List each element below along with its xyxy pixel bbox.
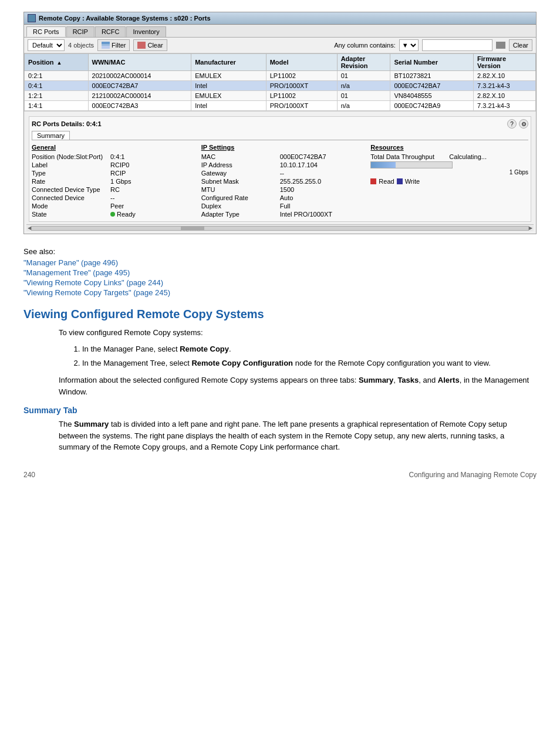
- cell-wwn: 000E0C742BA7: [88, 81, 191, 91]
- field-label: Duplex: [201, 202, 278, 210]
- details-tabs: Summary: [32, 131, 528, 140]
- field-value: Peer: [110, 202, 124, 210]
- footer-section: Configuring and Managing Remote Copy: [409, 471, 537, 479]
- details-info-icon[interactable]: ?: [507, 119, 517, 129]
- field-label: Adapter Type: [201, 211, 278, 218]
- tab-inventory[interactable]: Inventory: [126, 26, 166, 37]
- field-value: 0:4:1: [110, 153, 124, 160]
- summary-text-block: The Summary tab is divided into a left p…: [59, 418, 537, 453]
- field-label: Label: [32, 161, 108, 168]
- field-value: 10.10.17.104: [280, 161, 318, 168]
- cell-manufacturer: EMULEX: [191, 71, 266, 81]
- details-content: General Position (Node:Slot:Port)0:4:1La…: [32, 144, 528, 219]
- col-firmware-version[interactable]: FirmwareVersion: [474, 54, 536, 71]
- cell-wwn: 21210002AC000014: [88, 91, 191, 101]
- cell-adapter_revision: n/a: [337, 101, 390, 111]
- field-label: Connected Device: [32, 194, 108, 201]
- cell-model: PRO/1000XT: [266, 81, 337, 91]
- table-row[interactable]: 0:2:120210002AC000014EMULEXLP1100201BT10…: [25, 71, 536, 81]
- search-input[interactable]: [422, 39, 492, 51]
- window-title: Remote Copy : Available Storage Systems …: [39, 15, 211, 22]
- legend-row: Read Write: [370, 178, 528, 185]
- details-icons: ? ⚙: [507, 119, 528, 129]
- ip-field-row: Gateway--: [201, 170, 359, 177]
- table-row[interactable]: 1:2:121210002AC000014EMULEXLP1100201VN84…: [25, 91, 536, 101]
- default-select[interactable]: Default: [28, 39, 65, 51]
- field-label: Rate: [32, 178, 108, 185]
- general-field-row: Rate1 Gbps: [32, 178, 190, 185]
- ip-field-row: Adapter TypeIntel PRO/1000XT: [201, 211, 359, 218]
- scroll-right-arrow[interactable]: ▶: [529, 225, 532, 231]
- clear-search-label: Clear: [513, 42, 528, 49]
- table-row[interactable]: 1:4:1000E0C742BA3IntelPRO/1000XTn/a000E0…: [25, 101, 536, 111]
- cell-serial_number: 000E0C742BA9: [390, 101, 474, 111]
- col-adapter-revision[interactable]: AdapterRevision: [337, 54, 390, 71]
- clear-search-button[interactable]: Clear: [509, 39, 532, 51]
- cell-wwn: 20210002AC000014: [88, 71, 191, 81]
- summary-text: The Summary tab is divided into a left p…: [59, 418, 537, 453]
- window-titlebar: Remote Copy : Available Storage Systems …: [24, 12, 536, 25]
- cell-model: LP11002: [266, 91, 337, 101]
- details-resources-section: Resources Total Data Throughput Calculat…: [370, 144, 528, 219]
- field-value: 1 Gbps: [110, 178, 131, 185]
- details-header: RC Ports Details: 0:4:1 ? ⚙: [32, 119, 528, 129]
- field-value: Intel PRO/1000XT: [280, 211, 332, 218]
- h-scroll-track[interactable]: [31, 226, 529, 231]
- h-scroll-thumb: [181, 227, 204, 230]
- cell-firmware_version: 7.3.21-k4-3: [474, 101, 536, 111]
- see-also-link-0[interactable]: "Manager Pane" (page 496): [23, 258, 537, 267]
- cell-manufacturer: Intel: [191, 101, 266, 111]
- clear-button[interactable]: Clear: [133, 39, 167, 51]
- see-also-link-2[interactable]: "Viewing Remote Copy Links" (page 244): [23, 278, 537, 287]
- filter-label: Filter: [112, 42, 126, 49]
- search-select[interactable]: ▼: [399, 39, 419, 51]
- see-also-section: See also: "Manager Pane" (page 496) "Man…: [23, 247, 537, 297]
- field-value: Auto: [280, 194, 294, 201]
- details-settings-icon[interactable]: ⚙: [519, 119, 528, 129]
- tab-rcip[interactable]: RCIP: [66, 26, 95, 37]
- window-icon: [28, 14, 36, 22]
- field-label: Type: [32, 170, 108, 177]
- details-tab-summary[interactable]: Summary: [32, 131, 70, 140]
- h-scroll[interactable]: ◀ ▶: [26, 224, 534, 231]
- details-ip-section: IP Settings MAC000E0C742BA7IP Address10.…: [201, 144, 359, 219]
- col-position[interactable]: Position ▲: [25, 54, 89, 71]
- cell-position: 0:2:1: [25, 71, 89, 81]
- ip-fields: MAC000E0C742BA7IP Address10.10.17.104Gat…: [201, 153, 359, 218]
- field-value: --: [280, 170, 284, 177]
- filter-icon: [102, 42, 110, 49]
- col-model[interactable]: Model: [266, 54, 337, 71]
- camera-icon: [496, 42, 505, 49]
- field-label: Connected Device Type: [32, 186, 108, 193]
- table-row[interactable]: 0:4:1000E0C742BA7IntelPRO/1000XTn/a000E0…: [25, 81, 536, 91]
- field-label: Mode: [32, 202, 108, 210]
- cell-manufacturer: EMULEX: [191, 91, 266, 101]
- field-value: RC: [110, 186, 120, 193]
- col-serial-number[interactable]: Serial Number: [390, 54, 474, 71]
- col-wwn[interactable]: WWN/MAC: [88, 54, 191, 71]
- table-body: 0:2:120210002AC000014EMULEXLP1100201BT10…: [25, 71, 536, 111]
- see-also-link-3[interactable]: "Viewing Remote Copy Targets" (page 245): [23, 288, 537, 297]
- search-label: Any column contains:: [334, 42, 396, 49]
- tab-rcfc[interactable]: RCFC: [95, 26, 126, 37]
- cell-adapter_revision: n/a: [337, 81, 390, 91]
- cell-position: 0:4:1: [25, 81, 89, 91]
- cell-adapter_revision: 01: [337, 71, 390, 81]
- general-field-row: TypeRCIP: [32, 170, 190, 177]
- cell-position: 1:4:1: [25, 101, 89, 111]
- field-value: 000E0C742BA7: [280, 153, 326, 160]
- subsection-heading: Summary Tab: [23, 406, 537, 415]
- general-field-row: Position (Node:Slot:Port)0:4:1: [32, 153, 190, 160]
- field-value: --: [110, 194, 114, 201]
- col-manufacturer[interactable]: Manufacturer: [191, 54, 266, 71]
- filter-button[interactable]: Filter: [97, 39, 130, 51]
- ip-field-row: MAC000E0C742BA7: [201, 153, 359, 160]
- field-label: Configured Rate: [201, 194, 278, 201]
- see-also-link-1[interactable]: "Management Tree" (page 495): [23, 268, 537, 277]
- general-section-title: General: [32, 144, 190, 151]
- details-title: RC Ports Details: 0:4:1: [32, 120, 102, 127]
- page-content: See also: "Manager Pane" (page 496) "Man…: [23, 247, 537, 453]
- general-field-row: LabelRCIP0: [32, 161, 190, 168]
- tab-rc-ports[interactable]: RC Ports: [26, 26, 66, 37]
- cell-serial_number: VN84048555: [390, 91, 474, 101]
